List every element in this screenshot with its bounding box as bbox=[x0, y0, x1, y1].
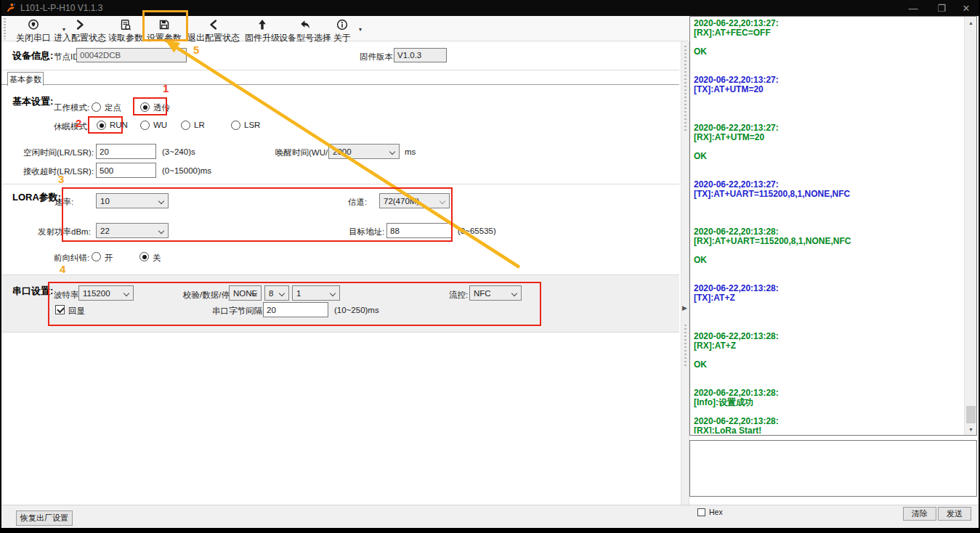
splitter-dots bbox=[684, 325, 687, 368]
node-id-field[interactable]: 00042DCB bbox=[76, 48, 187, 62]
splitter-collapse-arrow-icon[interactable]: ▶ bbox=[682, 304, 687, 312]
log-line: 2020-06-22,20:13:28: bbox=[694, 332, 962, 341]
scroll-down-icon[interactable]: ▼ bbox=[965, 423, 977, 435]
rx-timeout-field[interactable]: 500 bbox=[96, 163, 156, 178]
send-input[interactable] bbox=[690, 441, 976, 496]
echo-checkbox[interactable] bbox=[55, 305, 65, 314]
chevron-left-icon bbox=[207, 17, 220, 31]
log-line: 2020-06-22,20:13:28: bbox=[694, 388, 962, 398]
log-line: [RX]:AT+FEC=OFF bbox=[694, 28, 962, 38]
log-line bbox=[694, 161, 962, 171]
log-line bbox=[694, 104, 962, 113]
serial-port-icon bbox=[27, 17, 40, 31]
radio-sleep-lr-label[interactable]: LR bbox=[194, 121, 205, 129]
radio-sleep-lr[interactable] bbox=[181, 121, 190, 130]
log-line: [TX]:AT+Z bbox=[694, 293, 962, 303]
log-line bbox=[694, 370, 962, 379]
byte-interval-field[interactable]: 20 bbox=[263, 302, 328, 317]
stopbits-select[interactable]: 1 bbox=[292, 285, 340, 301]
radio-sleep-run-label[interactable]: RUN bbox=[110, 121, 128, 129]
target-address-field[interactable]: 88 bbox=[386, 223, 452, 238]
flow-control-select[interactable]: NFC bbox=[469, 285, 522, 301]
serial-section-label: 串口设置: bbox=[12, 285, 53, 298]
chevron-down-icon bbox=[511, 290, 517, 296]
toolbar-read-params-button[interactable]: 读取参数 bbox=[108, 17, 143, 44]
chevron-down-icon bbox=[279, 290, 285, 296]
log-line bbox=[694, 246, 962, 256]
maximize-button[interactable]: ❐ bbox=[931, 0, 952, 16]
log-line: OK bbox=[694, 47, 962, 57]
log-line bbox=[694, 208, 962, 218]
databits-select[interactable]: 8 bbox=[264, 285, 289, 301]
about-dropdown-caret[interactable]: ▾ bbox=[359, 26, 362, 33]
log-line: OK bbox=[694, 256, 962, 265]
target-address-hint: (0~65535) bbox=[458, 227, 496, 235]
window-title: L101-L-P-H10 V1.1.3 bbox=[20, 3, 102, 13]
log-panel[interactable]: 2020-06-22,20:13:27:[RX]:AT+FEC=OFF OK 2… bbox=[689, 16, 977, 436]
radio-sleep-wu[interactable] bbox=[140, 121, 150, 130]
radio-work-mode-transparent[interactable] bbox=[140, 102, 150, 112]
radio-fec-on-label[interactable]: 开 bbox=[105, 253, 113, 264]
log-line: [RX]:AT+UTM=20 bbox=[694, 133, 962, 142]
panel-splitter[interactable]: ▶ bbox=[681, 41, 689, 505]
tx-power-select[interactable]: 22 bbox=[96, 223, 169, 238]
hex-checkbox[interactable] bbox=[697, 508, 705, 516]
radio-sleep-lsr[interactable] bbox=[231, 121, 240, 130]
log-line: [RX]:LoRa Start! bbox=[694, 426, 962, 434]
clear-button[interactable]: 清除 bbox=[903, 507, 936, 521]
radio-sleep-wu-label[interactable]: WU bbox=[153, 121, 167, 129]
toolbar-device-model-button[interactable]: 设备型号选择 bbox=[279, 17, 331, 44]
rx-timeout-hint: (0~15000)ms bbox=[162, 166, 211, 175]
chevron-right-icon bbox=[73, 17, 86, 31]
toolbar-firmware-upgrade-button[interactable]: 固件升级 bbox=[245, 17, 280, 44]
parity-select[interactable]: NONE bbox=[229, 285, 262, 301]
wake-time-select[interactable]: 2000 bbox=[328, 144, 400, 159]
radio-fec-off[interactable] bbox=[139, 252, 149, 261]
app-window: L101-L-P-H10 V1.1.3 — ❐ ✕ 关闭串口 ▾ 进入配置状态 … bbox=[1, 0, 979, 528]
send-input-panel bbox=[689, 440, 977, 497]
scrollbar-thumb[interactable] bbox=[966, 406, 976, 423]
radio-work-mode-fixed[interactable] bbox=[92, 102, 101, 112]
log-line: [RX]:AT+UART=115200,8,1,NONE,NFC bbox=[694, 237, 962, 246]
log-scrollbar[interactable]: ▲ ▼ bbox=[964, 17, 976, 435]
channel-select[interactable]: 72(470M) bbox=[379, 193, 450, 208]
toolbar-exit-config-button[interactable]: 退出配置状态 bbox=[187, 17, 240, 44]
factory-reset-button[interactable]: 恢复出厂设置 bbox=[16, 510, 73, 526]
echo-label: 回显 bbox=[68, 306, 85, 317]
toolbar-grip[interactable] bbox=[4, 18, 6, 39]
baud-select[interactable]: 115200 bbox=[78, 285, 134, 301]
save-icon bbox=[158, 17, 171, 31]
rate-select[interactable]: 10 bbox=[96, 193, 169, 208]
tab-basic-params[interactable]: 基本参数 bbox=[7, 72, 44, 86]
toolbar-set-params-button[interactable]: 设置参数 bbox=[147, 17, 182, 44]
toolbar-enter-config-button[interactable]: 进入配置状态 bbox=[54, 17, 106, 44]
log-line bbox=[694, 94, 962, 104]
radio-sleep-lsr-label[interactable]: LSR bbox=[244, 121, 260, 129]
log-line: 2020-06-22,20:13:27: bbox=[694, 123, 962, 133]
divider bbox=[1, 70, 679, 70]
radio-fec-on[interactable] bbox=[92, 252, 101, 261]
minimize-button[interactable]: — bbox=[902, 0, 924, 16]
log-line: [TX]:AT+UART=115200,8,1,NONE,NFC bbox=[694, 190, 962, 199]
chevron-down-icon bbox=[330, 290, 336, 296]
screen: L101-L-P-H10 V1.1.3 — ❐ ✕ 关闭串口 ▾ 进入配置状态 … bbox=[0, 0, 980, 533]
log-line bbox=[694, 322, 962, 332]
log-line bbox=[694, 312, 962, 322]
byte-interval-hint: (10~250)ms bbox=[334, 306, 379, 314]
log-line: OK bbox=[694, 152, 962, 161]
work-mode-label: 工作模式: bbox=[54, 102, 89, 113]
idle-time-field[interactable]: 20 bbox=[96, 144, 156, 159]
radio-fec-off-label[interactable]: 关 bbox=[153, 253, 161, 264]
firmware-version-field[interactable]: V1.0.3 bbox=[394, 48, 447, 62]
close-button[interactable]: ✕ bbox=[955, 0, 977, 16]
info-icon bbox=[336, 17, 349, 31]
toolbar-about-button[interactable]: 关于 bbox=[333, 17, 351, 44]
radio-work-mode-fixed-label[interactable]: 定点 bbox=[105, 102, 121, 113]
tab-underline bbox=[1, 84, 679, 85]
serial-section-band bbox=[1, 274, 679, 333]
radio-work-mode-transparent-label[interactable]: 透传 bbox=[153, 102, 170, 113]
scroll-up-icon[interactable]: ▲ bbox=[965, 17, 977, 28]
radio-sleep-run[interactable] bbox=[97, 121, 106, 130]
send-button[interactable]: 发送 bbox=[938, 507, 971, 521]
toolbar-close-serial-button[interactable]: 关闭串口 bbox=[16, 17, 51, 44]
